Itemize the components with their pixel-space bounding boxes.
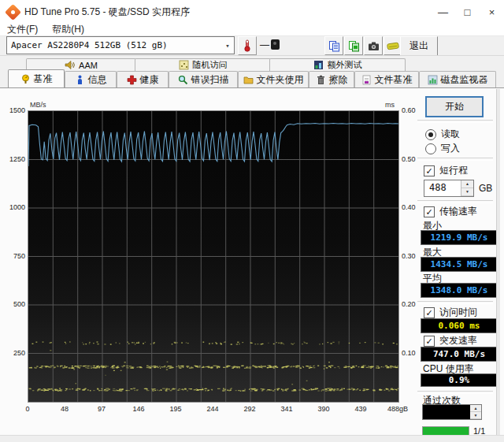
axis-tick-label: 0.20 (402, 300, 416, 308)
read-radio[interactable]: 读取 (425, 128, 460, 141)
axis-tick-label: 341 (269, 405, 304, 413)
thermometer-icon (242, 39, 253, 52)
toolbar: Apacer AS2280P4 512GB (512 gB) ▾ — (0, 36, 504, 57)
read-radio-label: 读取 (441, 128, 460, 141)
tab-health[interactable]: 健康 (117, 71, 169, 87)
menu-file[interactable]: 文件(F) (0, 23, 45, 36)
access-time-checkbox[interactable]: ✓ 访问时间 (424, 306, 477, 319)
separator (417, 301, 493, 304)
tab-file-benchmark-label: 文件基准 (375, 73, 413, 87)
tab-info-label: 信息 (88, 73, 107, 87)
trash-icon (316, 75, 326, 85)
axis-tick-label: 0.30 (402, 252, 416, 260)
stepper-up-icon: ▲ (470, 405, 481, 412)
axis-tick-label: 488gB (380, 405, 415, 413)
extra-tests-icon (313, 60, 324, 70)
camera-icon (368, 41, 380, 51)
separator (417, 158, 493, 161)
axis-tick-label: 0.40 (402, 203, 416, 211)
burst-rate-value: 747.0 MB/s (421, 347, 498, 362)
max-value: 1434.5 MB/s (421, 257, 498, 272)
tab-health-label: 健康 (140, 73, 159, 87)
chevron-down-icon: ▾ (221, 42, 234, 50)
random-access-icon (179, 60, 189, 70)
start-button[interactable]: 开始 (425, 96, 484, 117)
maximize-button[interactable]: □ (455, 0, 480, 24)
axis-tick-label: 500 (2, 300, 25, 308)
axis-tick-label: 146 (121, 405, 156, 413)
tab-extra-tests[interactable]: 额外测试 (269, 58, 406, 71)
tab-random-access[interactable]: 随机访问 (135, 58, 271, 71)
info-icon (75, 75, 85, 85)
axis-tick-label: 0.10 (402, 349, 416, 357)
transfer-rate-checkbox[interactable]: ✓ 传输速率 (424, 205, 477, 218)
axis-tick-label: 292 (232, 405, 267, 413)
access-time-label: 访问时间 (439, 306, 477, 319)
tab-folder-usage[interactable]: 文件夹使用 (238, 71, 309, 87)
window-bottom-edge (0, 435, 504, 442)
write-radio[interactable]: 写入 (425, 142, 460, 155)
stepper-arrows[interactable]: ▲▼ (470, 405, 481, 419)
benchmark-chart (28, 110, 399, 403)
tab-info[interactable]: 信息 (65, 71, 117, 87)
cpu-usage-value: 0.9% (421, 373, 498, 387)
titlebar: HD Tune Pro 5.75 - 硬盘/SSD 实用程序 — □ × (0, 0, 504, 24)
short-stroke-label: 短行程 (439, 164, 468, 177)
axis-tick-label: 0 (10, 405, 45, 413)
axis-tick-label: 1000 (2, 203, 25, 211)
tab-row-secondary: AAM 随机访问 额外测试 (0, 58, 504, 71)
axis-tick-label: 250 (2, 349, 25, 357)
axis-tick-label: 97 (84, 405, 119, 413)
burst-rate-label: 突发速率 (439, 334, 477, 347)
checkbox-checked-icon: ✓ (424, 165, 435, 176)
checkbox-checked-icon: ✓ (424, 206, 435, 217)
benchmark-chart-canvas (28, 111, 398, 402)
stepper-arrows[interactable]: ▲▼ (461, 180, 473, 196)
speaker-icon (65, 60, 75, 70)
menubar: 文件(F) 帮助(H) (0, 24, 504, 36)
close-button[interactable]: × (480, 0, 504, 24)
copy-text-button[interactable] (324, 36, 343, 55)
health-cross-icon (127, 75, 137, 85)
minimize-button[interactable]: — (431, 0, 455, 24)
tab-error-scan-label: 错误扫描 (191, 73, 229, 87)
magnifier-icon (178, 75, 188, 85)
screenshot-button[interactable] (364, 36, 383, 55)
pass-count-value (423, 405, 470, 419)
tab-error-scan[interactable]: 错误扫描 (169, 71, 238, 87)
tab-erase[interactable]: 擦除 (309, 71, 354, 87)
tab-file-benchmark[interactable]: 文件基准 (354, 71, 419, 87)
pass-count-stepper[interactable]: ▲▼ (422, 404, 482, 420)
axis-tick-label: 1250 (2, 155, 25, 163)
axis-tick-label: 750 (2, 252, 25, 260)
axis-tick-label: 0.60 (402, 106, 416, 114)
temperature-button[interactable] (238, 36, 257, 55)
access-time-value: 0.060 ms (421, 318, 498, 333)
axis-tick-label: 244 (195, 405, 230, 413)
radio-selected-icon (425, 129, 436, 140)
copy-image-button[interactable] (344, 36, 363, 55)
app-icon (7, 6, 19, 18)
exit-button[interactable]: 退出 (400, 36, 438, 56)
transfer-rate-label: 传输速率 (439, 205, 477, 218)
tab-benchmark-label: 基准 (34, 72, 53, 86)
axis-tick-label: 195 (158, 405, 193, 413)
tab-benchmark[interactable]: 基准 (8, 69, 65, 87)
toolbar-separator (0, 55, 504, 56)
temperature-badge-icon (271, 39, 280, 50)
separator (417, 120, 493, 123)
axis-tick-label: 390 (306, 405, 341, 413)
separator (417, 200, 493, 203)
tab-extra-tests-label: 额外测试 (328, 59, 362, 71)
tab-disk-monitor[interactable]: 磁盘监视器 (419, 71, 496, 87)
drive-select[interactable]: Apacer AS2280P4 512GB (512 gB) ▾ (6, 36, 235, 54)
short-stroke-checkbox[interactable]: ✓ 短行程 (424, 164, 468, 177)
ticket-icon (387, 41, 399, 51)
panel-edge (496, 89, 500, 435)
menu-help[interactable]: 帮助(H) (45, 23, 91, 36)
burst-rate-checkbox[interactable]: ✓ 突发速率 (424, 334, 477, 347)
short-stroke-capacity-stepper[interactable]: 488 ▲▼ (424, 180, 474, 197)
stepper-up-icon: ▲ (461, 180, 473, 188)
checkbox-checked-icon: ✓ (424, 336, 435, 347)
benchmark-page: MB/s ms 150012501000750500250 0.600.500.… (0, 87, 504, 436)
